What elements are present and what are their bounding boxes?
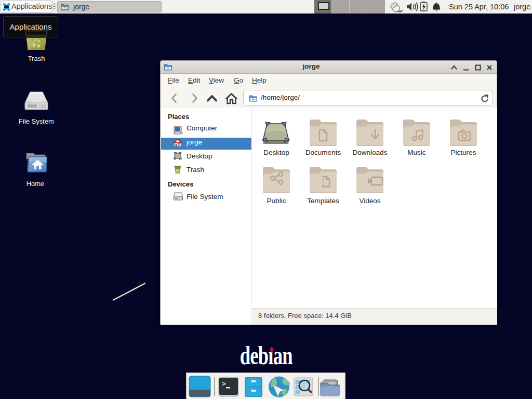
svg-text:Documents: Documents (305, 149, 341, 156)
svg-text:>: > (222, 380, 226, 388)
svg-text:Templates: Templates (307, 197, 339, 205)
svg-text:Music: Music (407, 149, 426, 156)
svg-text:Desktop: Desktop (263, 149, 289, 156)
svg-text:Public: Public (267, 197, 286, 205)
svg-text:Downloads: Downloads (353, 149, 388, 156)
svg-text:Pictures: Pictures (451, 149, 476, 156)
svg-text:Videos: Videos (359, 197, 380, 205)
